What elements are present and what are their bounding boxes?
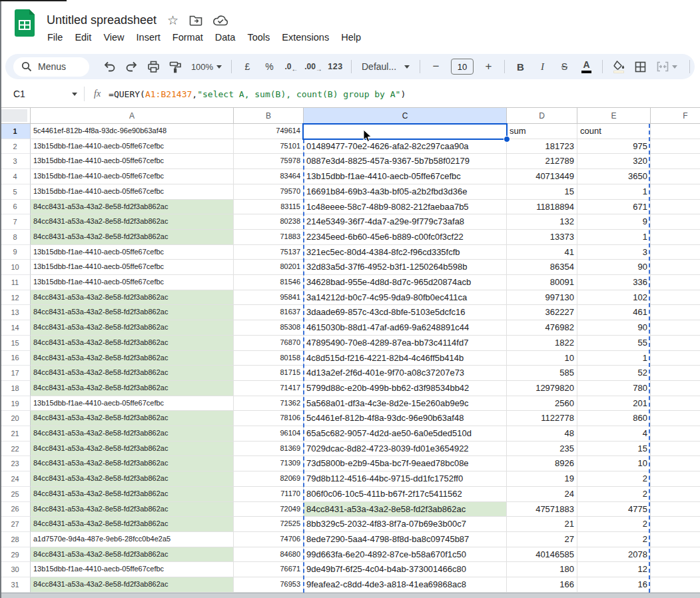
cell-col-c[interactable]: 3a14212d-b0c7-4c95-9da9-80fb0ec411ca — [304, 290, 507, 306]
cell-col-c[interactable]: 01489477-70e2-4626-afa2-82c297caa90a — [304, 139, 507, 154]
cell-col-a[interactable]: 84cc8431-a53a-43a2-8e58-fd2f3ab862ac — [31, 547, 234, 563]
row-header[interactable]: 3 — [0, 154, 31, 169]
cell-col-b[interactable]: 84680 — [234, 547, 304, 563]
cell-col-e[interactable]: 320 — [577, 154, 651, 169]
cell-col-d[interactable]: 476982 — [507, 320, 577, 336]
cell-col-d[interactable]: 212789 — [507, 154, 577, 169]
borders-button[interactable] — [629, 57, 651, 76]
cell-col-b[interactable]: 71417 — [234, 381, 304, 396]
row-header[interactable]: 21 — [0, 426, 31, 442]
cell-col-b[interactable]: 81637 — [234, 305, 304, 320]
cell-col-d[interactable]: 362227 — [507, 305, 577, 320]
cell-col-e[interactable]: 2 — [577, 471, 651, 487]
cell-col-b[interactable]: 749614 — [234, 124, 304, 139]
cell-col-b[interactable]: 79570 — [234, 184, 304, 200]
cell-col-a[interactable]: 84cc8431-a53a-43a2-8e58-fd2f3ab862ac — [31, 517, 234, 532]
menu-insert[interactable]: Insert — [131, 30, 167, 45]
row-header[interactable]: 12 — [0, 290, 31, 306]
cell-col-e[interactable]: 2 — [577, 487, 651, 502]
cell-col-a[interactable]: 5c4461ef-812b-4f8a-93dc-96e90b63af48 — [31, 124, 234, 139]
cell-col-c[interactable]: 9feafea2-c8dd-4de3-a818-41ea69868ac8 — [304, 577, 507, 593]
cell-col-b[interactable]: 82069 — [234, 471, 304, 487]
cell-col-d[interactable]: 48 — [507, 426, 577, 442]
cell-col-d[interactable]: 997130 — [507, 290, 577, 306]
row-header[interactable]: 19 — [0, 396, 31, 412]
cell-col-c[interactable]: 1c48eeee-58c7-48b9-8082-212faebaa7b5 — [304, 200, 507, 215]
merge-cells-button[interactable] — [651, 57, 682, 76]
cell-col-e[interactable]: 336 — [577, 275, 651, 290]
cell-col-e[interactable]: count — [577, 124, 651, 139]
cell-col-e[interactable]: 9 — [577, 214, 651, 230]
row-header[interactable]: 15 — [0, 336, 31, 351]
menu-data[interactable]: Data — [209, 30, 242, 45]
cell-col-c[interactable]: 16691b84-69b3-4a3b-bf05-a2b2fbd3d36e — [304, 184, 507, 200]
menu-view[interactable]: View — [97, 30, 130, 45]
cell-col-c[interactable]: 806f0c06-10c5-411b-b67f-2f17c5411562 — [304, 487, 507, 502]
cell-col-e[interactable]: 671 — [577, 200, 651, 215]
cell-col-f[interactable] — [651, 426, 700, 442]
cell-col-e[interactable]: 10 — [577, 456, 651, 471]
cell-col-f[interactable] — [651, 381, 700, 396]
cell-col-d[interactable]: 19 — [507, 471, 577, 487]
cell-col-d[interactable]: 132 — [507, 214, 577, 230]
cell-col-a[interactable]: 13b15dbb-f1ae-4410-aecb-05ffe67cefbc — [31, 245, 234, 260]
cell-col-f[interactable] — [651, 169, 700, 184]
cell-col-d[interactable]: 1122778 — [507, 411, 577, 426]
cell-col-e[interactable]: 90 — [577, 320, 651, 336]
cell-col-e[interactable]: 1 — [577, 184, 651, 200]
cell-col-f[interactable] — [651, 442, 700, 457]
cell-col-b[interactable]: 80238 — [234, 214, 304, 230]
cell-col-e[interactable]: 2 — [577, 517, 651, 532]
cell-col-e[interactable]: 975 — [577, 139, 651, 154]
cell-col-f[interactable] — [651, 532, 700, 547]
increase-decimal-button[interactable]: .00→ — [302, 57, 324, 76]
row-header[interactable]: 10 — [0, 260, 31, 275]
row-header[interactable]: 31 — [0, 577, 31, 593]
row-header[interactable]: 4 — [0, 169, 31, 184]
cell-col-d[interactable]: 86354 — [507, 260, 577, 275]
cell-col-b[interactable]: 80158 — [234, 351, 304, 366]
cloud-saved-icon[interactable] — [213, 15, 228, 26]
bold-button[interactable]: B — [510, 57, 531, 76]
cell-col-e[interactable]: 1 — [577, 351, 651, 366]
row-header[interactable]: 16 — [0, 351, 31, 366]
cell-col-d[interactable]: 15 — [507, 184, 577, 200]
cell-col-f[interactable] — [651, 547, 700, 563]
cell-col-c[interactable]: 7029dcac-8d82-4723-8039-fd01e3654922 — [304, 442, 507, 457]
row-header[interactable]: 7 — [0, 214, 31, 230]
cell-col-a[interactable]: 84cc8431-a53a-43a2-8e58-fd2f3ab862ac — [31, 487, 234, 502]
cell-col-b[interactable]: 71309 — [234, 456, 304, 471]
cell-col-c[interactable]: 22345eed-6b60-45e6-b889-c00fc0f3cf22 — [304, 230, 507, 245]
cell-col-a[interactable]: 84cc8431-a53a-43a2-8e58-fd2f3ab862ac — [31, 411, 234, 426]
menu-tools[interactable]: Tools — [241, 30, 276, 45]
row-header[interactable]: 9 — [0, 245, 31, 260]
cell-col-e[interactable]: 3650 — [577, 169, 651, 184]
row-header[interactable]: 29 — [0, 547, 31, 563]
row-header[interactable]: 17 — [0, 366, 31, 381]
cell-col-b[interactable]: 75137 — [234, 245, 304, 260]
menu-format[interactable]: Format — [167, 30, 209, 45]
cell-col-a[interactable]: 84cc8431-a53a-43a2-8e58-fd2f3ab862ac — [31, 456, 234, 471]
cell-col-b[interactable]: 78106 — [234, 411, 304, 426]
cell-col-e[interactable]: 90 — [577, 260, 651, 275]
cell-col-f[interactable] — [651, 260, 700, 275]
row-header[interactable]: 2 — [0, 139, 31, 154]
cell-col-a[interactable]: 13b15dbb-f1ae-4410-aecb-05ffe67cefbc — [31, 169, 234, 184]
cell-col-a[interactable]: 84cc8431-a53a-43a2-8e58-fd2f3ab862ac — [31, 442, 234, 457]
name-box[interactable]: C1 — [13, 89, 77, 99]
cell-col-c[interactable]: 65a5c682-9057-4d2d-ae50-6a0e5ded510d — [304, 426, 507, 442]
cell-col-f[interactable] — [651, 214, 700, 230]
column-header-a[interactable]: A — [31, 108, 234, 123]
cell-col-f[interactable] — [651, 139, 700, 154]
fill-handle[interactable] — [504, 136, 510, 143]
cell-col-e[interactable]: 201 — [577, 396, 651, 412]
cell-col-e[interactable]: 860 — [577, 411, 651, 426]
row-header[interactable]: 27 — [0, 517, 31, 532]
row-header[interactable]: 24 — [0, 471, 31, 487]
column-header-c[interactable]: C — [304, 108, 507, 123]
cell-col-c[interactable]: 34628bad-955e-4d8d-8d7c-965d20874acb — [304, 275, 507, 290]
star-icon[interactable]: ☆ — [167, 14, 178, 27]
cell-col-a[interactable]: 13b15dbb-f1ae-4410-aecb-05ffe67cefbc — [31, 396, 234, 412]
cell-col-b[interactable]: 95841 — [234, 290, 304, 306]
cell-col-c[interactable]: 5a568a01-df3a-4c3e-8d2e-15e260ab9e9c — [304, 396, 507, 412]
